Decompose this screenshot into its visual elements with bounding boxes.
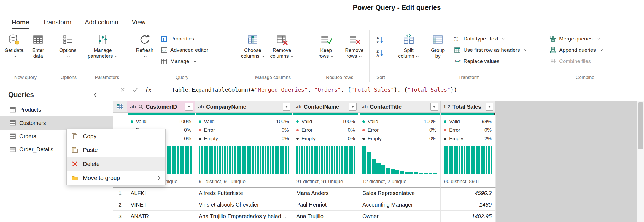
filter-dropdown-icon[interactable] xyxy=(349,103,357,111)
cell-contactname[interactable]: Maria Anders xyxy=(293,188,359,199)
column-header-customerid[interactable]: abCustomerID xyxy=(127,101,195,112)
small-button-stack: Merge queriesAppend queriesCombine files xyxy=(549,32,603,65)
collapse-pane-icon[interactable] xyxy=(93,92,98,98)
menu-item-paste[interactable]: Paste xyxy=(67,143,165,157)
manage-parameters-button[interactable]: Manageparameters xyxy=(90,32,116,59)
queries-pane-header: Queries xyxy=(0,82,113,103)
cell-total-sales[interactable]: 4596.2 xyxy=(441,188,496,199)
context-menu: CopyPasteDeleteMove to group xyxy=(66,129,166,185)
filter-dropdown-icon[interactable] xyxy=(185,103,193,111)
cell-customerid[interactable]: ANATR xyxy=(127,211,195,222)
tab-transform[interactable]: Transform xyxy=(43,15,71,30)
combine-files-button[interactable]: Combine files xyxy=(549,57,603,65)
use-first-row-as-headers-button[interactable]: Use first row as headers xyxy=(454,46,527,54)
formula-token: "Total Sales" xyxy=(351,86,394,93)
empty-dot-icon xyxy=(362,138,365,140)
get-data-button[interactable]: Get data xyxy=(3,32,25,59)
stat-value: 0% xyxy=(429,136,436,142)
cell-contactname[interactable]: Ana Trujillo xyxy=(293,211,359,222)
tab-add-column[interactable]: Add column xyxy=(85,15,118,30)
choose-columns-button[interactable]: Choosecolumns xyxy=(239,32,266,59)
merge-queries-button[interactable]: Merge queries xyxy=(549,35,603,43)
group-by-icon xyxy=(432,33,444,46)
queries-pane-title: Queries xyxy=(8,91,34,99)
tab-home[interactable]: Home xyxy=(12,15,29,30)
chevron-down-icon xyxy=(600,49,603,51)
column-quality-contacttitle: Valid100%Error0%Empty0%12 distinct, 2 un… xyxy=(359,113,441,188)
ribbon-group-label: Transform xyxy=(392,75,546,80)
menu-item-copy[interactable]: Copy xyxy=(67,129,165,143)
cell-customerid[interactable]: ALFKI xyxy=(127,188,195,199)
cell-companyname[interactable]: Ana Trujillo Emparedados y helad… xyxy=(195,211,293,222)
data-grid: abCustomerIDabCompanyNameabContactNameab… xyxy=(113,101,496,222)
vertical-scrollbar[interactable] xyxy=(637,101,644,222)
combine-files-icon xyxy=(549,58,557,65)
advanced-editor-button[interactable]: Advanced editor xyxy=(161,46,208,54)
ribbon-group-buttons: ChoosecolumnsRemovecolumns xyxy=(239,32,308,59)
menu-item-move-to-group[interactable]: Move to group xyxy=(67,171,165,185)
filter-dropdown-icon[interactable] xyxy=(486,103,493,111)
options-button[interactable]: Options xyxy=(55,32,81,59)
menu-item-delete[interactable]: Delete xyxy=(67,157,165,171)
button-label: Replace values xyxy=(464,58,499,64)
filter-dropdown-icon[interactable] xyxy=(430,103,438,111)
cancel-formula-icon[interactable] xyxy=(120,87,126,93)
keep-rows-icon xyxy=(320,33,332,46)
keep-rows-button[interactable]: Keeprows xyxy=(313,32,339,59)
commit-formula-icon[interactable] xyxy=(132,87,138,93)
group-by-button[interactable]: Groupby xyxy=(425,32,451,59)
error-dot-icon xyxy=(444,129,446,131)
error-dot-icon xyxy=(199,129,201,131)
manage-button[interactable]: Manage xyxy=(161,57,208,65)
refresh-button[interactable]: Refresh xyxy=(131,32,158,59)
cell-contactname[interactable]: Paul Henriot xyxy=(293,199,359,210)
stat-label: Valid xyxy=(301,119,312,125)
column-header-total-sales[interactable]: 1.2Total Sales xyxy=(441,101,496,112)
table-row: 3ANATRAna Trujillo Emparedados y helad…A… xyxy=(113,211,496,222)
sidebar-item-customers[interactable]: Customers xyxy=(0,116,113,130)
replace-values-button[interactable]: 12Replace values xyxy=(454,57,527,65)
button-label: Keeprows xyxy=(318,48,334,59)
sidebar-item-products[interactable]: Products xyxy=(0,103,113,116)
properties-button[interactable]: Properties xyxy=(161,35,208,43)
cell-customerid[interactable]: VINET xyxy=(127,199,195,210)
stat-empty: Empty0% xyxy=(199,135,289,143)
table-row: 1ALFKIAlfreds FutterkisteMaria AndersSal… xyxy=(113,188,496,199)
remove-columns-button[interactable]: Removecolumns xyxy=(269,32,295,59)
row-number: 2 xyxy=(113,199,127,210)
sort-ascending-button[interactable]: AZ xyxy=(376,35,384,44)
chevron-down-icon xyxy=(114,56,118,58)
formula-input[interactable]: Table.ExpandTableColumn(#"Merged Queries… xyxy=(168,84,638,95)
column-type-icon: ab xyxy=(198,104,204,110)
enter-data-button[interactable]: Enterdata xyxy=(28,32,49,59)
submenu-chevron-icon xyxy=(158,176,161,180)
column-header-contactname[interactable]: abContactName xyxy=(293,101,359,112)
cell-total-sales[interactable]: 1480 xyxy=(441,199,496,210)
copy-icon xyxy=(71,133,78,140)
ribbon-group-label: New query xyxy=(0,75,51,80)
sort-descending-button[interactable]: ZA xyxy=(376,49,384,57)
remove-rows-button[interactable]: Removerows xyxy=(342,32,367,59)
cell-contacttitle[interactable]: Accounting Manager xyxy=(359,199,441,210)
chevron-down-icon xyxy=(359,56,362,58)
button-label: Removerows xyxy=(345,48,363,59)
column-header-companyname[interactable]: abCompanyName xyxy=(195,101,293,112)
valid-dot-icon xyxy=(362,120,365,123)
cell-companyname[interactable]: Alfreds Futterkiste xyxy=(195,188,293,199)
cell-contacttitle[interactable]: Owner xyxy=(359,211,441,222)
select-all-corner[interactable] xyxy=(113,101,127,112)
cell-companyname[interactable]: Vins et alcools Chevalier xyxy=(195,199,293,210)
append-queries-button[interactable]: Append queries xyxy=(549,46,603,54)
filter-dropdown-icon[interactable] xyxy=(283,103,290,111)
stat-valid: Valid98% xyxy=(444,117,492,126)
cell-total-sales[interactable]: 1402.95 xyxy=(441,211,496,222)
data-type-text-button[interactable]: ABC123Data type: Text xyxy=(454,35,527,43)
ribbon-group-label: Options xyxy=(51,75,86,80)
split-column-button[interactable]: Splitcolumn xyxy=(395,32,422,59)
column-header-contacttitle[interactable]: abContactTitle xyxy=(359,101,441,112)
cell-contacttitle[interactable]: Sales Representative xyxy=(359,188,441,199)
stat-valid: Valid100% xyxy=(296,117,355,126)
scrollbar-thumb[interactable] xyxy=(638,102,643,149)
tab-view[interactable]: View xyxy=(132,15,145,30)
stat-valid: Valid100% xyxy=(362,117,436,126)
